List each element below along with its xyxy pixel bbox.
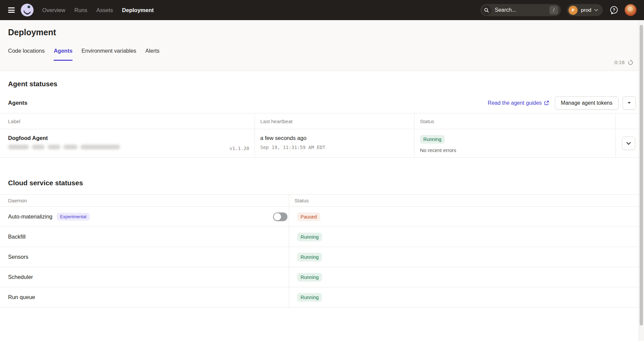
agent-expand-button[interactable] [622,137,635,150]
scrollbar-track [639,20,644,341]
agent-status-note: No recent errors [420,147,610,153]
top-nav: Overview Runs Assets Deployment / P prod [0,0,644,20]
status-cell-backfill: Running [289,227,644,247]
agent-guides-link[interactable]: Read the agent guides [488,100,549,106]
tab-agents[interactable]: Agents [54,48,72,61]
tab-bar: Code locations Agents Environment variab… [8,48,636,61]
status-badge-running: Running [297,253,322,261]
refresh-countdown: 0:16 [614,59,625,65]
dagster-logo-icon[interactable] [21,4,34,16]
search-shortcut-key: / [549,6,558,14]
page-header: Deployment Code locations Agents Environ… [0,20,644,71]
nav-item-overview[interactable]: Overview [42,7,65,13]
deployment-switcher[interactable]: P prod [567,4,603,16]
heartbeat-relative: a few seconds ago [260,135,409,141]
scrollbar-thumb[interactable] [640,25,643,326]
nav-item-deployment[interactable]: Deployment [122,7,154,13]
search-input[interactable] [495,7,538,13]
status-badge-paused: Paused [297,212,320,221]
agent-name: Dogfood Agent [8,135,249,141]
status-cell-sensors: Running [289,247,644,267]
agents-toolbar: Agents Read the agent guides Manage agen… [8,96,636,110]
external-link-icon [544,100,549,105]
agent-version: v1.1.20 [229,146,249,151]
daemon-name: Backfill [8,234,25,240]
nav-item-runs[interactable]: Runs [74,7,88,13]
chevron-down-icon [626,142,631,145]
agent-status-cell: Running No recent errors [415,129,616,158]
agents-more-actions-button[interactable] [623,96,636,110]
daemon-name: Sensors [8,254,29,260]
status-cell-run-queue: Running [289,287,644,307]
refresh-timer: 0:16 [614,59,633,65]
svg-text:?: ? [613,7,615,12]
agent-heartbeat-cell: a few seconds ago Sep 19, 11:31:59 AM ED… [255,129,415,158]
auto-materializing-toggle[interactable] [273,212,287,221]
tab-environment-variables[interactable]: Environment variables [82,48,136,61]
col-header-daemon: Daemon [0,195,289,207]
manage-agent-tokens-button[interactable]: Manage agent tokens [555,96,619,110]
daemon-name: Scheduler [8,274,33,280]
page-title: Deployment [8,28,636,37]
status-cell-auto-materializing: Paused [289,207,644,227]
status-badge-running: Running [297,233,322,241]
org-name: prod [581,7,591,13]
status-cell-scheduler: Running [289,267,644,287]
agent-label-cell: Dogfood Agent v1.1.20 [0,129,255,158]
caret-down-icon [628,102,631,104]
agents-table: Label Last heartbeat Status Dogfood Agen… [0,113,644,158]
user-avatar[interactable] [625,4,637,16]
org-avatar: P [569,6,578,15]
tab-code-locations[interactable]: Code locations [8,48,45,61]
status-badge-running: Running [297,293,322,302]
experimental-badge: Experimental [57,213,90,221]
agents-subheading: Agents [8,100,28,106]
daemon-cell-sensors: Sensors [0,247,289,267]
cloud-services-table: Daemon Status Auto-materializing Experim… [0,194,644,307]
col-header-daemon-status: Status [289,195,644,207]
menu-icon[interactable] [8,7,15,13]
search-icon [482,5,491,15]
col-header-heartbeat: Last heartbeat [255,113,415,129]
help-icon[interactable]: ? [609,5,619,15]
nav-right-cluster: / P prod ? [480,4,637,16]
cloud-service-statuses-heading: Cloud service statuses [8,179,636,187]
status-badge-running: Running [297,273,322,282]
agent-id-redacted [8,145,249,149]
col-header-status: Status [415,113,616,129]
agent-statuses-heading: Agent statuses [8,80,636,88]
agent-status-badge: Running [420,135,445,144]
search-box[interactable]: / [480,4,561,16]
heartbeat-absolute: Sep 19, 11:31:59 AM EDT [260,145,409,150]
daemon-cell-scheduler: Scheduler [0,267,289,287]
daemon-cell-backfill: Backfill [0,227,289,247]
tab-alerts[interactable]: Alerts [145,48,159,61]
daemon-cell-auto-materializing: Auto-materializing Experimental [0,207,289,227]
daemon-cell-run-queue: Run queue [0,287,289,307]
daemon-name: Run queue [8,294,35,300]
chevron-down-icon [594,9,598,11]
refresh-icon[interactable] [628,60,633,65]
primary-nav: Overview Runs Assets Deployment [42,7,154,13]
daemon-name: Auto-materializing [8,213,52,220]
col-header-label: Label [0,113,255,129]
nav-item-assets[interactable]: Assets [96,7,113,13]
